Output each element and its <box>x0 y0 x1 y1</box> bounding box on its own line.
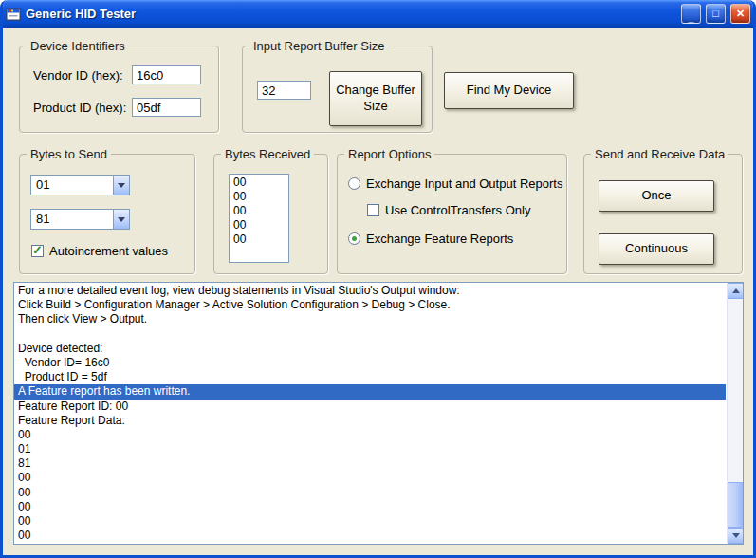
byte1-selected-value: 01 <box>31 176 113 195</box>
maximize-button[interactable]: □ <box>706 4 726 24</box>
group-buffer-size: Input Report Buffer Size Change Buffer S… <box>242 46 433 133</box>
byte2-dropdown[interactable]: 81 <box>30 209 130 230</box>
group-bytes-to-send: Bytes to Send 01 81 Autoincrement values <box>19 154 195 274</box>
checkbox-label: Use ControlTransfers Only <box>385 203 530 217</box>
group-bytes-received: Bytes Received 0000000000 <box>213 154 328 274</box>
group-title: Input Report Buffer Size <box>249 39 389 53</box>
continuous-button[interactable]: Continuous <box>599 233 714 265</box>
autoincrement-checkbox-row[interactable]: Autoincrement values <box>31 244 168 258</box>
vendor-id-label: Vendor ID (hex): <box>33 68 123 83</box>
log-line[interactable]: Vendor ID= 16c0 <box>14 356 726 370</box>
event-log-list[interactable]: For a more detailed event log, view debu… <box>13 282 744 545</box>
vendor-id-input[interactable] <box>132 65 201 84</box>
group-title: Report Options <box>344 147 434 161</box>
log-line[interactable]: 00 <box>14 529 726 543</box>
group-title: Bytes Received <box>221 147 314 161</box>
log-line[interactable]: 00 <box>14 486 726 500</box>
scrollbar-thumb[interactable] <box>728 482 744 528</box>
autoincrement-label: Autoincrement values <box>49 244 168 258</box>
chevron-down-icon[interactable] <box>113 176 129 195</box>
radio-exchange-feature-reports[interactable]: Exchange Feature Reports <box>348 232 513 246</box>
change-buffer-size-button[interactable]: Change Buffer Size <box>329 71 422 126</box>
checkbox-control-transfers[interactable]: Use ControlTransfers Only <box>367 203 530 217</box>
log-line[interactable]: Product ID = 5df <box>14 370 726 384</box>
product-id-label: Product ID (hex): <box>33 101 126 115</box>
chevron-down-icon[interactable] <box>113 210 129 229</box>
radio-icon[interactable] <box>348 232 360 245</box>
window-title: Generic HID Tester <box>26 7 676 21</box>
product-id-input[interactable] <box>132 98 201 117</box>
radio-label: Exchange Input and Output Reports <box>366 177 562 191</box>
scroll-down-button[interactable] <box>728 528 744 544</box>
group-send-receive: Send and Receive Data Once Continuous <box>583 154 743 274</box>
byte2-selected-value: 81 <box>31 210 113 229</box>
log-line[interactable]: Click Build > Configuration Manager > Ac… <box>14 298 726 312</box>
bytes-received-list[interactable]: 0000000000 <box>229 174 289 263</box>
log-line[interactable]: 00 <box>14 514 726 529</box>
arrow-down-icon <box>732 533 740 542</box>
once-button[interactable]: Once <box>599 180 714 212</box>
app-icon <box>6 7 21 22</box>
buffer-size-input[interactable] <box>257 81 311 100</box>
received-byte-item[interactable]: 00 <box>230 176 288 190</box>
group-report-options: Report Options Exchange Input and Output… <box>337 154 567 274</box>
arrow-up-icon <box>732 285 740 293</box>
find-my-device-button[interactable]: Find My Device <box>444 72 574 109</box>
app-window: Generic HID Tester _ □ ✕ Device Identifi… <box>0 0 756 558</box>
log-line[interactable] <box>14 327 726 342</box>
control-transfers-checkbox[interactable] <box>367 204 379 216</box>
received-byte-item[interactable]: 00 <box>230 232 288 247</box>
minimize-button[interactable]: _ <box>681 4 701 24</box>
log-line[interactable]: 81 <box>14 456 726 471</box>
received-byte-item[interactable]: 00 <box>230 204 288 218</box>
log-scrollbar[interactable] <box>727 283 743 544</box>
byte1-dropdown[interactable]: 01 <box>30 175 130 195</box>
log-line[interactable]: Device detected: <box>14 342 726 356</box>
log-lines: For a more detailed event log, view debu… <box>14 284 726 544</box>
titlebar: Generic HID Tester _ □ ✕ <box>0 0 756 28</box>
log-line[interactable]: 00 <box>14 471 726 485</box>
log-line[interactable]: 01 <box>14 442 726 456</box>
log-line[interactable]: 00 <box>14 428 726 442</box>
close-button[interactable]: ✕ <box>730 4 750 24</box>
log-line[interactable]: For a more detailed event log, view debu… <box>14 284 726 298</box>
group-title: Bytes to Send <box>27 147 111 161</box>
log-line[interactable]: Then click View > Output. <box>14 312 726 326</box>
log-line[interactable]: Feature Report Data: <box>14 414 726 428</box>
radio-icon[interactable] <box>348 177 360 190</box>
radio-exchange-io-reports[interactable]: Exchange Input and Output Reports <box>348 177 562 191</box>
log-line[interactable]: 00 <box>14 500 726 514</box>
received-byte-item[interactable]: 00 <box>230 218 288 232</box>
radio-label: Exchange Feature Reports <box>366 232 513 246</box>
scroll-up-button[interactable] <box>728 283 744 299</box>
autoincrement-checkbox[interactable] <box>31 245 44 257</box>
received-byte-item[interactable]: 00 <box>230 190 288 204</box>
log-line[interactable]: A Feature report has been written. <box>14 384 726 399</box>
group-title: Device Identifiers <box>27 39 129 53</box>
group-title: Send and Receive Data <box>591 147 728 161</box>
log-line[interactable]: Feature Report ID: 00 <box>14 400 726 414</box>
group-device-identifiers: Device Identifiers Vendor ID (hex): Prod… <box>19 46 219 133</box>
